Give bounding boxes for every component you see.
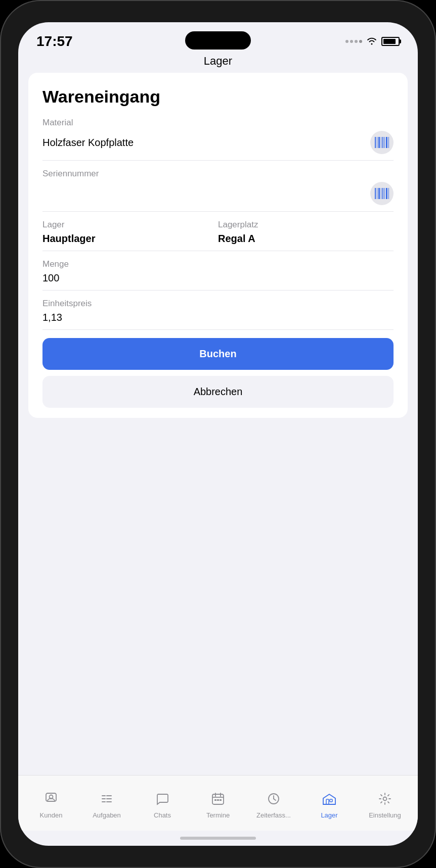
lagerplatz-label: Lagerplatz — [218, 220, 394, 230]
lager-lagerplatz-row: Lager Hauptlager Lagerplatz Regal A — [42, 220, 394, 251]
tab-einstellungen[interactable]: Einstellung — [365, 792, 405, 819]
chat-icon — [156, 792, 169, 809]
settings-icon — [378, 792, 391, 809]
svg-rect-15 — [388, 188, 389, 199]
svg-rect-30 — [220, 799, 222, 801]
svg-rect-12 — [382, 188, 383, 199]
svg-rect-10 — [378, 188, 380, 199]
einheitspreis-field-row: 1,13 — [42, 312, 394, 330]
tab-zeiterfassung[interactable]: Zeiterfass... — [253, 792, 294, 819]
tab-aufgaben[interactable]: Aufgaben — [86, 792, 127, 819]
status-icons — [345, 36, 400, 47]
nav-title: Lager — [18, 53, 418, 73]
svg-rect-2 — [378, 137, 380, 148]
barcode-icon — [375, 137, 389, 148]
svg-rect-14 — [386, 188, 387, 199]
lagerplatz-field: Lagerplatz Regal A — [218, 220, 394, 245]
svg-rect-6 — [386, 137, 387, 148]
phone-screen: 17:57 — [18, 22, 418, 846]
svg-rect-0 — [375, 137, 376, 148]
svg-rect-28 — [214, 799, 216, 801]
person-icon — [45, 792, 58, 809]
lagerplatz-value: Regal A — [218, 233, 394, 245]
lager-value: Hauptlager — [42, 233, 218, 245]
svg-point-17 — [50, 795, 53, 799]
tab-termine[interactable]: Termine — [198, 792, 238, 819]
abbrechen-button[interactable]: Abbrechen — [42, 376, 394, 408]
seriennummer-label: Seriennummer — [42, 169, 394, 179]
menge-field-row: 100 — [42, 272, 394, 291]
material-label: Material — [42, 118, 394, 128]
seriennummer-barcode-button[interactable] — [370, 182, 394, 205]
svg-rect-1 — [377, 137, 377, 148]
clock-icon — [267, 792, 280, 809]
material-barcode-button[interactable] — [370, 131, 394, 154]
status-time: 17:57 — [36, 33, 73, 50]
tab-aufgaben-label: Aufgaben — [93, 811, 121, 819]
form-title: Wareneingang — [42, 87, 394, 107]
tab-chats[interactable]: Chats — [142, 792, 183, 819]
barcode-icon-2 — [375, 188, 389, 199]
tab-kunden-label: Kunden — [40, 811, 63, 819]
svg-rect-9 — [377, 188, 377, 199]
svg-rect-4 — [382, 137, 383, 148]
form-card: Wareneingang Material Holzfaser Kopfplat… — [28, 73, 408, 418]
svg-rect-5 — [384, 137, 385, 148]
material-field-row: Holzfaser Kopfplatte — [42, 131, 394, 161]
einheitspreis-label: Einheitspreis — [42, 299, 394, 309]
home-bar — [180, 837, 256, 840]
phone-frame: 17:57 — [0, 0, 436, 868]
tasks-icon — [100, 792, 113, 809]
svg-rect-8 — [375, 188, 376, 199]
tab-einstellungen-label: Einstellung — [369, 811, 401, 819]
lager-label: Lager — [42, 220, 218, 230]
calendar-icon — [211, 792, 225, 809]
svg-line-33 — [274, 799, 276, 800]
home-indicator — [18, 831, 418, 846]
svg-rect-34 — [326, 799, 329, 804]
lager-field: Lager Hauptlager — [42, 220, 218, 245]
tab-bar: Kunden Aufgaben — [18, 775, 418, 831]
tab-lager[interactable]: Lager — [309, 792, 350, 819]
tab-zeiterfassung-label: Zeiterfass... — [256, 811, 291, 819]
svg-rect-13 — [384, 188, 385, 199]
tab-chats-label: Chats — [154, 811, 171, 819]
seriennummer-field-row — [42, 182, 394, 212]
signal-dots — [345, 40, 362, 43]
svg-rect-7 — [388, 137, 389, 148]
tab-lager-label: Lager — [321, 811, 337, 819]
menge-label: Menge — [42, 259, 394, 269]
svg-point-36 — [383, 797, 387, 801]
einheitspreis-value: 1,13 — [42, 312, 62, 323]
battery-icon — [381, 37, 400, 46]
main-content: Wareneingang Material Holzfaser Kopfplat… — [18, 73, 418, 424]
wifi-icon — [366, 36, 377, 47]
dynamic-island — [185, 31, 251, 50]
tab-termine-label: Termine — [206, 811, 230, 819]
svg-rect-11 — [381, 188, 381, 199]
tab-kunden[interactable]: Kunden — [31, 792, 71, 819]
svg-rect-3 — [381, 137, 381, 148]
menge-value: 100 — [42, 272, 59, 284]
material-value: Holzfaser Kopfplatte — [42, 137, 134, 149]
buchen-button[interactable]: Buchen — [42, 338, 394, 370]
warehouse-icon — [322, 792, 336, 809]
svg-rect-29 — [217, 799, 219, 801]
svg-rect-35 — [330, 799, 332, 802]
